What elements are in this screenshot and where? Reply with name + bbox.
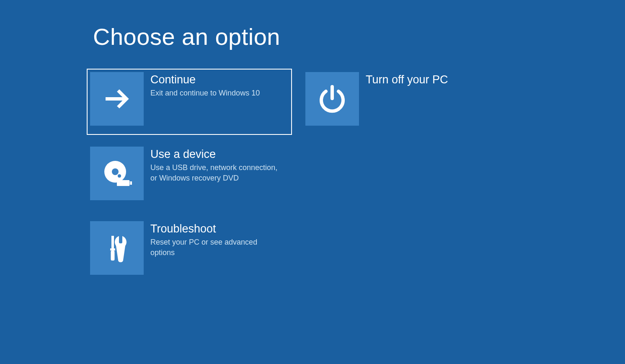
option-troubleshoot-subtitle: Reset your PC or see advanced options (150, 237, 278, 258)
svg-rect-10 (110, 248, 115, 250)
svg-point-5 (112, 168, 119, 175)
page-title: Choose an option (0, 0, 625, 50)
option-troubleshoot-title: Troubleshoot (150, 222, 278, 235)
svg-point-6 (118, 174, 121, 178)
disc-usb-icon (90, 147, 144, 200)
svg-rect-11 (111, 250, 115, 261)
svg-rect-8 (129, 183, 130, 184)
option-turn-off[interactable]: Turn off your PC (302, 69, 507, 135)
power-icon (305, 72, 359, 126)
option-turn-off-text: Turn off your PC (359, 72, 448, 88)
option-troubleshoot[interactable]: Troubleshoot Reset your PC or see advanc… (87, 218, 292, 284)
option-use-a-device-text: Use a device Use a USB drive, network co… (144, 147, 278, 183)
option-use-a-device-subtitle: Use a USB drive, network connection, or … (150, 163, 278, 183)
option-use-a-device-title: Use a device (150, 147, 278, 161)
empty-cell (302, 143, 507, 209)
arrow-right-icon (90, 72, 144, 126)
tools-icon (90, 221, 144, 275)
option-turn-off-title: Turn off your PC (366, 73, 448, 86)
svg-rect-7 (129, 182, 130, 183)
svg-rect-12 (119, 235, 122, 243)
svg-rect-3 (117, 180, 129, 186)
option-continue-subtitle: Exit and continue to Windows 10 (150, 88, 260, 98)
options-grid: Continue Exit and continue to Windows 10… (0, 50, 625, 284)
option-use-a-device[interactable]: Use a device Use a USB drive, network co… (87, 143, 292, 209)
option-continue-text: Continue Exit and continue to Windows 10 (144, 72, 260, 98)
option-continue[interactable]: Continue Exit and continue to Windows 10 (87, 69, 292, 135)
option-continue-title: Continue (150, 73, 260, 86)
svg-rect-9 (111, 236, 114, 248)
option-troubleshoot-text: Troubleshoot Reset your PC or see advanc… (144, 221, 278, 258)
